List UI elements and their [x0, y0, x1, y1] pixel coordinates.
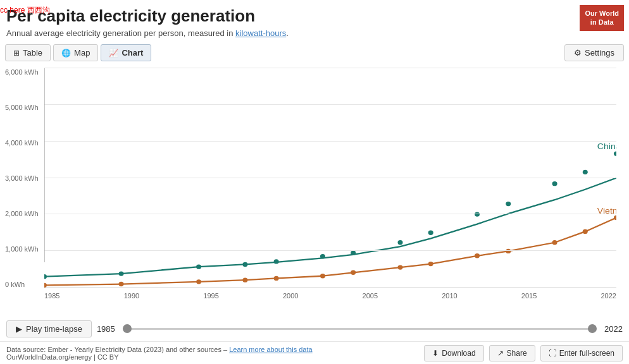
settings-label: Settings	[585, 48, 614, 58]
year-end: 2022	[604, 324, 623, 334]
chart-icon: 📈	[109, 49, 118, 58]
y-label-4: 4,000 kWh	[5, 139, 39, 147]
y-label-3: 3,000 kWh	[5, 174, 39, 182]
table-icon: ⊞	[13, 49, 20, 58]
vietnam-dot-2020	[583, 229, 588, 234]
vertical-reference-line	[44, 68, 45, 262]
logo: Our World in Data	[580, 5, 624, 31]
y-axis: 0 kWh 1,000 kWh 2,000 kWh 3,000 kWh 4,00…	[5, 68, 39, 288]
play-button[interactable]: ▶ Play time-lapse	[6, 320, 92, 337]
title-section: Per capita electricity generation Annual…	[6, 6, 559, 38]
grid-line-4	[44, 141, 616, 142]
y-label-0: 0 kWh	[5, 281, 39, 288]
tab-map-label: Map	[74, 48, 90, 58]
x-label-2005: 2005	[363, 292, 378, 300]
y-label-2: 2,000 kWh	[5, 210, 39, 217]
vietnam-dot-1998	[242, 277, 247, 282]
china-dot-2000	[274, 259, 279, 264]
fullscreen-button[interactable]: ⛶ Enter full-screen	[540, 345, 623, 361]
gear-icon: ⚙	[574, 48, 582, 58]
map-icon: 🌐	[61, 49, 71, 58]
x-axis: 1985 1990 1995 2000 2005 2010 2015 2022	[44, 288, 616, 313]
datasource-text: Data source: Ember - Yearly Electricity …	[6, 346, 229, 353]
grid-line-1	[44, 250, 616, 251]
chart-inner: China Vietnam	[44, 68, 616, 288]
vietnam-dot-2015	[506, 249, 511, 253]
china-dot-2020	[583, 170, 588, 174]
play-icon: ▶	[16, 324, 22, 334]
footer: Data source: Ember - Yearly Electricity …	[0, 341, 629, 364]
y-label-6: 6,000 kWh	[5, 68, 39, 76]
china-dot-1985	[44, 274, 47, 279]
fullscreen-label: Enter full-screen	[559, 349, 614, 358]
watermark: cc here 西西沟	[0, 5, 50, 16]
grid-line-2	[44, 214, 616, 214]
x-label-1995: 1995	[203, 292, 218, 300]
x-label-1985: 1985	[44, 292, 59, 300]
china-dot-1995	[196, 264, 201, 269]
download-icon: ⬇	[432, 349, 439, 358]
vietnam-dot-1990	[119, 282, 124, 286]
x-label-2022: 2022	[601, 292, 616, 300]
play-label: Play time-lapse	[26, 324, 82, 334]
vietnam-dot-2003	[320, 274, 325, 278]
tab-table-label: Table	[23, 48, 42, 58]
year-start: 1985	[97, 324, 115, 334]
slider-end-knob[interactable]	[588, 324, 597, 333]
footer-left: Data source: Ember - Yearly Electricity …	[6, 346, 313, 361]
timeline-slider[interactable]	[123, 328, 597, 330]
grid-line-6	[44, 68, 616, 68]
grid-line-3	[44, 178, 616, 178]
share-label: Share	[507, 349, 527, 358]
china-dot-1998	[242, 262, 247, 267]
datasource-link[interactable]: Learn more about this data	[229, 346, 312, 353]
tab-chart[interactable]: 📈 Chart	[101, 44, 151, 61]
tab-bar: ⊞ Table 🌐 Map 📈 Chart	[5, 44, 151, 61]
vietnam-dot-2008	[397, 265, 402, 269]
vietnam-dot-2013	[475, 253, 480, 258]
subtitle-link[interactable]: kilowatt-hours	[235, 28, 286, 38]
chart-svg: China Vietnam	[44, 68, 616, 288]
fullscreen-icon: ⛶	[549, 349, 556, 358]
vietnam-dot-2000	[274, 276, 279, 281]
share-button[interactable]: ↗ Share	[489, 345, 535, 361]
footer-right: ⬇ Download ↗ Share ⛶ Enter full-screen	[424, 345, 623, 361]
download-button[interactable]: ⬇ Download	[424, 345, 483, 361]
subtitle: Annual average electricity generation pe…	[6, 28, 559, 38]
tab-map[interactable]: 🌐 Map	[53, 44, 98, 61]
share-icon: ↗	[497, 349, 504, 358]
x-label-2010: 2010	[442, 292, 457, 300]
tab-chart-label: Chart	[121, 48, 143, 58]
china-label-svg: China	[597, 142, 616, 150]
china-dot-2010	[428, 231, 433, 235]
china-dot-2015	[506, 202, 511, 206]
settings-button[interactable]: ⚙ Settings	[564, 44, 624, 61]
china-dot-2018	[552, 181, 557, 186]
x-label-2000: 2000	[283, 292, 298, 300]
china-dot-2022	[614, 151, 616, 155]
y-label-1: 1,000 kWh	[5, 245, 39, 253]
page-title: Per capita electricity generation	[6, 6, 559, 26]
x-label-2015: 2015	[521, 292, 537, 300]
vietnam-dot-2005	[351, 270, 356, 275]
download-label: Download	[442, 349, 475, 358]
y-label-5: 5,000 kWh	[5, 104, 39, 111]
vietnam-dot-2018	[552, 240, 557, 245]
china-dot-2005	[351, 251, 356, 255]
china-dot-2008	[397, 240, 402, 245]
china-line	[44, 178, 616, 277]
copyright-text: OurWorldInData.org/energy | CC BY	[6, 353, 119, 361]
slider-start-knob[interactable]	[123, 324, 132, 333]
vietnam-dot-1985	[44, 283, 47, 288]
china-dot-1990	[119, 271, 124, 276]
timeline-section: ▶ Play time-lapse 1985 2022	[0, 316, 629, 341]
vietnam-dot-1995	[196, 279, 201, 284]
vietnam-dot-2010	[428, 262, 433, 266]
x-label-1990: 1990	[124, 292, 139, 300]
grid-line-5	[44, 104, 616, 105]
tab-table[interactable]: ⊞ Table	[5, 44, 51, 61]
chart-area: 0 kWh 1,000 kWh 2,000 kWh 3,000 kWh 4,00…	[0, 68, 629, 313]
vietnam-line	[44, 218, 616, 286]
china-dot-2003	[320, 254, 325, 258]
